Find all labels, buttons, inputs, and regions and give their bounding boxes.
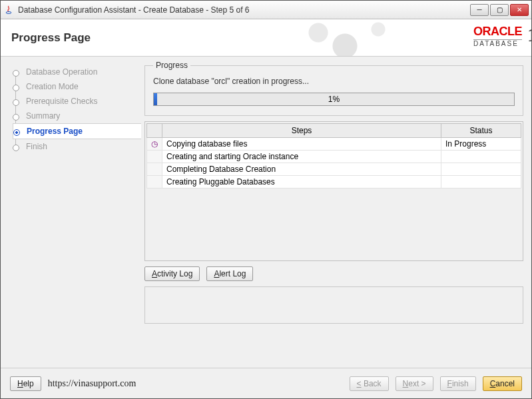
table-row: Creating Pluggable Databases xyxy=(147,176,521,189)
minimize-button[interactable]: ─ xyxy=(470,4,489,16)
progress-group: Progress Clone database "orcl" creation … xyxy=(144,61,523,116)
progress-percent: 1% xyxy=(328,95,340,104)
clock-icon: ◷ xyxy=(147,138,162,151)
alert-log-button[interactable]: Alert Log xyxy=(206,266,253,281)
sidebar-step-5[interactable]: Finish xyxy=(13,139,140,154)
oracle-logo: ORACLE DATABASE 12c xyxy=(473,25,522,47)
brand-name: ORACLE xyxy=(473,25,522,39)
table-row: ◷Copying database filesIn Progress xyxy=(147,138,521,151)
step-status-cell xyxy=(441,176,521,189)
step-name-cell: Copying database files xyxy=(162,138,441,151)
step-status-cell: In Progress xyxy=(441,138,521,151)
table-row: Completing Database Creation xyxy=(147,163,521,176)
window-title: Database Configuration Assistant - Creat… xyxy=(18,5,470,15)
watermark-text: https://vinasupport.com xyxy=(48,378,136,389)
wizard-footer: Help https://vinasupport.com < Back Next… xyxy=(1,368,531,398)
finish-button[interactable]: Finish xyxy=(440,376,476,391)
java-icon xyxy=(3,5,14,15)
step-name-cell: Creating Pluggable Databases xyxy=(162,176,441,189)
col-icon xyxy=(147,124,162,138)
steps-table-container: Steps Status ◷Copying database filesIn P… xyxy=(144,121,523,261)
progress-legend: Progress xyxy=(153,61,190,70)
step-status-cell xyxy=(441,163,521,176)
sidebar-step-3[interactable]: Summary xyxy=(13,109,140,123)
help-button[interactable]: Help xyxy=(10,376,41,391)
progress-fill xyxy=(154,93,157,105)
window-controls: ─ ▢ ✕ xyxy=(470,4,529,16)
sidebar-step-2[interactable]: Prerequisite Checks xyxy=(13,94,140,109)
steps-table: Steps Status ◷Copying database filesIn P… xyxy=(146,123,521,189)
messages-box xyxy=(144,286,523,324)
activity-log-button[interactable]: Activity Log xyxy=(144,266,200,281)
empty-icon xyxy=(147,151,162,163)
empty-icon xyxy=(147,163,162,176)
svg-point-0 xyxy=(6,11,11,13)
page-header: Progress Page ORACLE DATABASE 12c xyxy=(1,19,531,57)
sidebar-step-4[interactable]: Progress Page xyxy=(13,123,141,139)
brand-sub: DATABASE xyxy=(473,39,522,47)
col-steps: Steps xyxy=(162,124,441,138)
next-button[interactable]: Next > xyxy=(396,376,433,391)
cancel-button[interactable]: Cancel xyxy=(483,376,522,391)
step-name-cell: Creating and starting Oracle instance xyxy=(162,151,441,163)
progress-message: Clone database "orcl" creation in progre… xyxy=(153,77,515,86)
log-buttons: Activity Log Alert Log xyxy=(144,266,523,281)
close-button[interactable]: ✕ xyxy=(510,4,529,16)
sidebar-step-1[interactable]: Creation Mode xyxy=(13,79,140,94)
window-titlebar: Database Configuration Assistant - Creat… xyxy=(1,1,531,19)
gears-decoration xyxy=(292,19,411,56)
main-area: Database OperationCreation ModePrerequis… xyxy=(1,57,531,368)
back-button[interactable]: < Back xyxy=(350,376,389,391)
progress-bar: 1% xyxy=(153,93,515,106)
maximize-button[interactable]: ▢ xyxy=(490,4,509,16)
brand-version: 12c xyxy=(527,23,532,46)
step-status-cell xyxy=(441,151,521,163)
step-name-cell: Completing Database Creation xyxy=(162,163,441,176)
wizard-sidebar: Database OperationCreation ModePrerequis… xyxy=(1,57,140,368)
empty-icon xyxy=(147,176,162,189)
step-list: Database OperationCreation ModePrerequis… xyxy=(13,65,140,154)
sidebar-step-0[interactable]: Database Operation xyxy=(13,65,140,79)
content-area: Progress Clone database "orcl" creation … xyxy=(140,57,531,368)
col-status: Status xyxy=(441,124,521,138)
table-row: Creating and starting Oracle instance xyxy=(147,151,521,163)
page-title: Progress Page xyxy=(11,31,91,45)
